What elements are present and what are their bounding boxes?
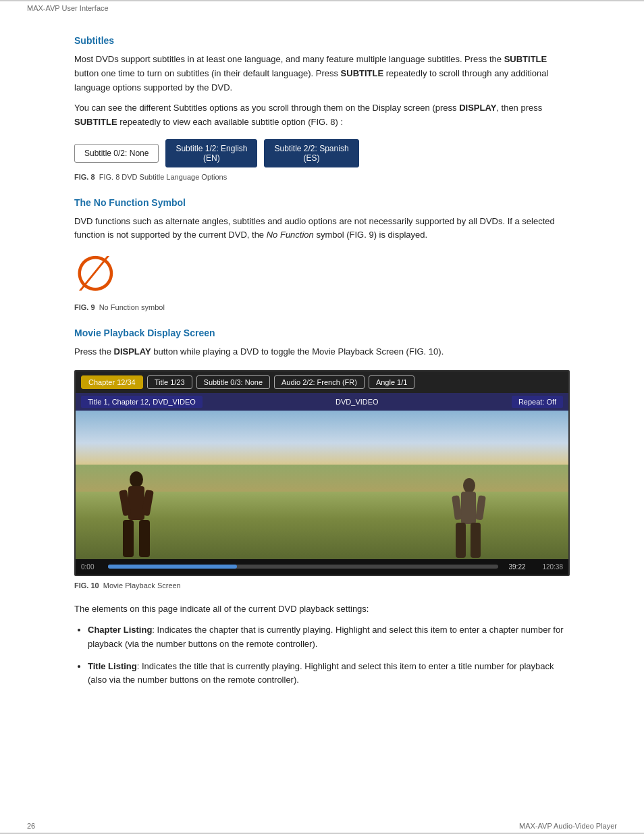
pb-btn-audio: Audio 2/2: French (FR) — [274, 375, 365, 389]
no-function-para: DVD functions such as alternate angles, … — [74, 215, 570, 243]
no-function-title: The No Function Symbol — [74, 197, 570, 208]
movie-playback-section: Movie Playback Display Screen Press the … — [74, 328, 570, 687]
svg-rect-9 — [471, 523, 481, 558]
svg-point-6 — [463, 478, 475, 493]
scene-sky — [76, 411, 568, 465]
pb-info-center: DVD_VIDEO — [336, 398, 379, 406]
playback-info-bar: Title 1, Chapter 12, DVD_VIDEO DVD_VIDEO… — [76, 393, 568, 411]
svg-rect-3 — [139, 520, 150, 557]
page-number: 26 — [27, 822, 35, 830]
movie-playback-title: Movie Playback Display Screen — [74, 328, 570, 338]
svg-rect-7 — [461, 492, 476, 524]
svg-rect-10 — [452, 495, 462, 520]
bottom-bar: 26 MAX-AVP Audio-Video Player — [0, 819, 644, 834]
time-center: 39:22 — [504, 563, 531, 571]
subtitles-section: Subtitles Most DVDs support subtitles in… — [74, 35, 570, 184]
fig9-caption: FIG. 9 No Function symbol — [74, 302, 570, 314]
fig8-caption: FIG. 8 FIG. 8 DVD Subtitle Language Opti… — [74, 172, 570, 184]
subtitles-title: Subtitles — [74, 35, 570, 46]
subtitles-para2: You can see the different Subtitles opti… — [74, 101, 570, 130]
pb-btn-title: Title 1/23 — [147, 375, 192, 389]
playback-screen: Chapter 12/34 Title 1/23 Subtitle 0/3: N… — [74, 370, 570, 576]
movie-playback-para: Press the DISPLAY button while playing a… — [74, 345, 570, 359]
progress-bar-area: 0:00 39:22 120:38 — [76, 559, 568, 575]
top-bar-label: MAX-AVP User Interface — [27, 4, 109, 12]
pb-btn-subtitle: Subtitle 0/3: None — [196, 375, 270, 389]
top-bar: MAX-AVP User Interface — [0, 0, 644, 15]
playback-top-bar: Chapter 12/34 Title 1/23 Subtitle 0/3: N… — [76, 371, 568, 393]
pb-btn-chapter: Chapter 12/34 — [81, 375, 143, 389]
bullet-intro: The elements on this page indicate all o… — [74, 602, 570, 617]
no-function-section: The No Function Symbol DVD functions suc… — [74, 197, 570, 314]
pb-btn-angle: Angle 1/1 — [369, 375, 414, 389]
subtitle-option-1: Subtitle 1/2: English(EN) — [165, 139, 257, 167]
subtitle-option-2: Subtitle 2/2: Spanish(ES) — [264, 139, 358, 167]
subtitles-para1: Most DVDs support subtitles in at least … — [74, 53, 570, 95]
svg-rect-1 — [128, 486, 144, 520]
subtitle-options-row: Subtitle 0/2: None Subtitle 1/2: English… — [74, 139, 570, 167]
subtitle-option-0: Subtitle 0/2: None — [74, 144, 159, 163]
svg-rect-2 — [123, 520, 134, 557]
main-content: Subtitles Most DVDs support subtitles in… — [0, 15, 644, 741]
figure-right-silhouette — [450, 478, 487, 559]
figure-left-silhouette — [116, 471, 157, 559]
fig10-caption: FIG. 10 Movie Playback Screen — [74, 580, 570, 592]
bullet-list: Chapter Listing: Indicates the chapter t… — [88, 623, 570, 687]
movie-scene — [76, 411, 568, 559]
bullet-chapter: Chapter Listing: Indicates the chapter t… — [88, 623, 570, 652]
time-right: 120:38 — [536, 563, 563, 571]
svg-rect-8 — [456, 523, 466, 558]
no-function-symbol: ∅ — [74, 249, 570, 298]
progress-track — [108, 565, 498, 569]
progress-fill — [108, 565, 237, 569]
svg-point-0 — [130, 471, 143, 488]
bullet-title: Title Listing: Indicates the title that … — [88, 660, 570, 688]
pb-info-right: Repeat: Off — [512, 396, 563, 408]
pb-info-left: Title 1, Chapter 12, DVD_VIDEO — [81, 396, 203, 408]
time-left: 0:00 — [81, 563, 103, 571]
svg-rect-11 — [475, 495, 486, 520]
product-name: MAX-AVP Audio-Video Player — [519, 822, 617, 830]
